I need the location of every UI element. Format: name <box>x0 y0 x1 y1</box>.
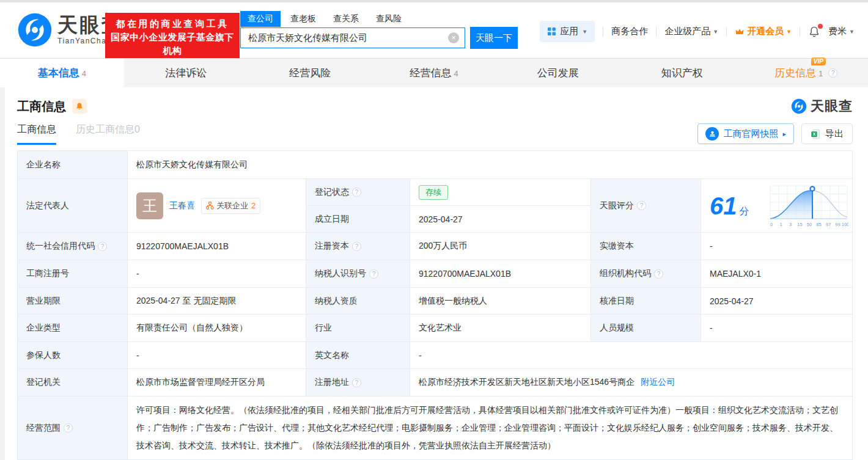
field-taxpayer-id-value: 91220700MAEJALX01B <box>410 260 591 288</box>
tab-intellectual-property[interactable]: 知识产权 <box>620 59 744 87</box>
vip-label: 开通会员 <box>747 26 784 37</box>
caret-down-icon: ▼ <box>786 29 792 35</box>
field-score-value: 61分 <box>701 179 853 233</box>
svg-text:50: 50 <box>807 222 812 227</box>
subtab-history-business-info[interactable]: 历史工商信息0 <box>76 123 140 145</box>
caret-down-icon: ▼ <box>849 29 855 35</box>
field-insured-count-value: - <box>128 342 306 369</box>
help-icon[interactable]: ? <box>352 242 361 251</box>
user-menu[interactable]: 费米 ▼ <box>828 26 855 37</box>
search-button[interactable]: 天眼一下 <box>470 27 518 49</box>
help-icon[interactable]: ? <box>352 188 361 197</box>
divider <box>800 27 800 37</box>
caret-down-icon: ▼ <box>582 29 587 35</box>
vip-button[interactable]: 开通会员 ▼ <box>735 26 792 37</box>
nav-cooperation[interactable]: 商务合作 <box>611 26 648 37</box>
tab-label: 历史信息 <box>774 67 816 79</box>
help-icon[interactable]: ? <box>654 269 663 279</box>
divider <box>603 27 603 37</box>
field-legal-rep-value: 王 王春喜 关联企业 2 <box>128 179 306 233</box>
field-company-type-value: 有限责任公司（自然人独资） <box>128 315 306 342</box>
snapshot-label: 工商官网快照 <box>723 128 778 140</box>
tab-operation-info[interactable]: 经营信息 4 <box>372 59 496 87</box>
search-tab-risk[interactable]: 查风险 <box>376 11 402 27</box>
field-business-scope-label: 经营范围? <box>18 396 128 460</box>
tab-history-info[interactable]: 历史信息 VIP 1 ? <box>744 59 868 87</box>
field-reg-capital-label: 注册资本? <box>306 233 410 260</box>
svg-text:100: 100 <box>842 222 848 227</box>
watermark-text: 天眼查 <box>811 97 853 115</box>
field-staff-size-label: 人员规模 <box>591 315 701 342</box>
legal-rep-name-link[interactable]: 王春喜 <box>169 200 195 211</box>
caret-down-icon: ▼ <box>713 29 718 35</box>
apps-label: 应用 <box>560 26 578 37</box>
divider <box>726 27 727 37</box>
field-company-type-label: 企业类型 <box>18 315 128 342</box>
tianyancha-logo-icon <box>17 12 53 48</box>
crown-icon <box>735 27 745 37</box>
clear-icon[interactable]: × <box>448 32 459 43</box>
bell-icon <box>75 102 84 111</box>
snapshot-button[interactable]: 工商官网快照 ▸ <box>697 123 794 144</box>
subtab-business-info[interactable]: 工商信息 <box>17 123 56 145</box>
enterprise-label: 企业级产品 <box>664 26 710 37</box>
help-icon[interactable]: ? <box>98 242 107 251</box>
tab-label: 公司发展 <box>537 66 579 80</box>
promo-line2: 国家中小企业发展子基金旗下机构 <box>110 31 235 57</box>
help-icon[interactable]: ? <box>369 269 378 279</box>
field-english-name-value: - <box>410 342 853 369</box>
vip-badge: VIP <box>811 57 826 65</box>
tab-basic-info[interactable]: 基本信息 4 <box>0 59 124 87</box>
promo-line1: 都在用的商业查询工具 <box>110 17 235 31</box>
tab-legal-proceedings[interactable]: 法律诉讼 <box>124 59 248 87</box>
stamp-icon <box>705 127 719 141</box>
search-tab-boss[interactable]: 查老板 <box>290 11 316 27</box>
arrow-right-icon: ▸ <box>782 130 786 138</box>
tab-company-development[interactable]: 公司发展 <box>496 59 620 87</box>
field-paid-capital-value: - <box>701 233 853 260</box>
svg-text:15: 15 <box>797 222 802 227</box>
page-left-edge <box>0 87 5 460</box>
legal-rep-avatar[interactable]: 王 <box>136 192 163 219</box>
related-companies-badge[interactable]: 关联企业 2 <box>201 198 260 214</box>
search-tab-relation[interactable]: 查关系 <box>333 11 359 27</box>
help-icon[interactable]: ? <box>828 68 837 78</box>
nav-enterprise[interactable]: 企业级产品 ▼ <box>664 26 718 37</box>
search-tabs: 查公司 查老板 查关系 查风险 <box>240 11 518 27</box>
help-icon[interactable]: ? <box>352 378 361 387</box>
notification-bell[interactable] <box>808 26 820 38</box>
nearby-companies-link[interactable]: 附近公司 <box>641 377 675 387</box>
tab-label: 知识产权 <box>661 66 703 80</box>
site-header: 天眼查 TianYanCha.com 都在用的商业查询工具 国家中小企业发展子基… <box>0 2 868 58</box>
field-business-scope-value: 许可项目：网络文化经营。（依法须经批准的项目，经相关部门批准后方可开展经营活动，… <box>128 396 853 460</box>
business-info-table: 企业名称 松原市天娇文化传媒有限公司 法定代表人 王 王春喜 关联企业 2 <box>17 150 853 460</box>
apps-menu[interactable]: 应用 ▼ <box>540 21 595 42</box>
svg-text:0: 0 <box>770 222 773 227</box>
field-reg-authority-label: 登记机关 <box>18 369 128 396</box>
field-reg-number-label: 工商注册号 <box>18 260 128 288</box>
field-reg-number-value: - <box>128 260 306 288</box>
svg-text:1: 1 <box>779 222 782 227</box>
tab-label: 经营风险 <box>289 66 331 80</box>
field-reg-capital-value: 200万人民币 <box>410 233 591 260</box>
search-tab-company[interactable]: 查公司 <box>240 11 281 27</box>
field-industry-value: 文化艺术业 <box>410 315 591 342</box>
field-org-code-value: MAEJALX0-1 <box>701 260 853 288</box>
divider <box>656 27 657 37</box>
field-reg-authority-value: 松原市市场监督管理局经开区分局 <box>128 369 306 396</box>
svg-text:3: 3 <box>789 222 792 227</box>
subscribe-bell-button[interactable] <box>72 99 87 114</box>
notification-dot <box>818 24 823 29</box>
field-score-label: 天眼评分? <box>591 179 701 233</box>
field-business-term-value: 2025-04-27 至 无固定期限 <box>128 288 306 315</box>
export-button[interactable]: X 导出 <box>801 123 853 144</box>
tab-count: 4 <box>454 69 458 78</box>
help-icon[interactable]: ? <box>637 201 646 210</box>
help-icon[interactable]: ? <box>64 423 73 433</box>
header-nav: 应用 ▼ 商务合作 企业级产品 ▼ 开通会员 ▼ 费米 ▼ <box>540 21 855 42</box>
tab-operation-risk[interactable]: 经营风险 <box>248 59 372 87</box>
search-area: 查公司 查老板 查关系 查风险 × 天眼一下 <box>240 11 518 49</box>
search-input[interactable] <box>240 27 465 48</box>
main-tabs: 基本信息 4 法律诉讼 经营风险 经营信息 4 公司发展 知识产权 历史信息 V… <box>0 58 868 87</box>
field-business-term-label: 营业期限 <box>18 288 128 315</box>
